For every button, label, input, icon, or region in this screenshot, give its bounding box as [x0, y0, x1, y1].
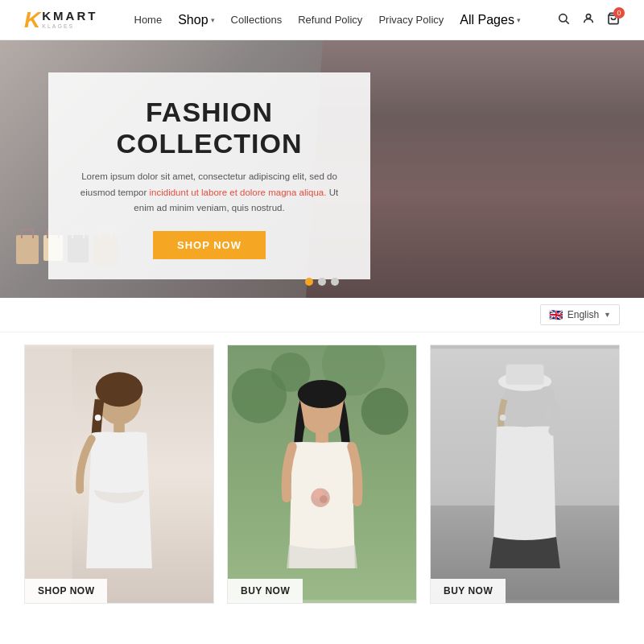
bag-1 [16, 235, 39, 264]
svg-point-0 [559, 14, 567, 21]
cart-icon[interactable]: 0 [607, 12, 620, 28]
product-2-label: BUY NOW [228, 579, 303, 603]
svg-line-1 [566, 21, 569, 24]
svg-point-9 [95, 415, 101, 421]
language-bar: 🇬🇧 English ▼ [0, 298, 644, 332]
product-image-3 [431, 345, 619, 603]
hero-carousel-dots [305, 278, 339, 286]
nav-shop-label: Shop [178, 13, 208, 27]
logo-k-icon: K [24, 9, 40, 31]
language-arrow-icon: ▼ [604, 311, 611, 319]
svg-rect-25 [506, 365, 544, 385]
product-image-2 [228, 345, 416, 603]
product-1-label: SHOP NOW [25, 579, 107, 603]
hero-content-box: FASHIONCOLLECTION Lorem ipsum dolor sit … [48, 72, 370, 279]
svg-point-20 [320, 495, 328, 503]
nav-collections[interactable]: Collections [231, 14, 283, 26]
hero-highlight-text: incididunt ut labore et dolore magna ali… [150, 188, 327, 197]
nav-refund[interactable]: Refund Policy [298, 14, 362, 26]
nav-shop-arrow-icon: ▾ [211, 16, 215, 24]
svg-point-16 [298, 380, 346, 408]
svg-rect-5 [25, 349, 72, 600]
product-image-1 [25, 345, 213, 603]
svg-point-27 [500, 415, 506, 421]
nav-allpages-label: All Pages [460, 13, 514, 27]
nav-allpages[interactable]: All Pages ▾ [460, 13, 521, 27]
search-icon[interactable] [557, 12, 570, 28]
nav-allpages-arrow-icon: ▾ [517, 16, 521, 24]
dot-2[interactable] [318, 278, 326, 286]
logo[interactable]: K KMART KLAGES [24, 9, 97, 31]
svg-point-26 [539, 386, 555, 402]
products-section: SHOP NOW [0, 332, 644, 628]
hero-title: FASHIONCOLLECTION [76, 97, 342, 159]
logo-main-text: KMART [42, 10, 97, 23]
main-nav: Home Shop ▾ Collections Refund Policy Pr… [134, 13, 521, 27]
flag-icon: 🇬🇧 [549, 308, 563, 321]
svg-point-12 [361, 388, 409, 436]
site-header: K KMART KLAGES Home Shop ▾ Collections R… [0, 0, 644, 40]
product-3-label: BUY NOW [431, 579, 506, 603]
hero-description: Lorem ipsum dolor sit amet, consectetur … [76, 169, 342, 217]
language-selector[interactable]: 🇬🇧 English ▼ [540, 304, 620, 325]
logo-text: KMART KLAGES [42, 10, 97, 29]
hero-banner: FASHIONCOLLECTION Lorem ipsum dolor sit … [0, 40, 644, 298]
products-grid: SHOP NOW [24, 345, 620, 604]
language-label: English [568, 309, 599, 320]
user-icon[interactable] [582, 12, 595, 28]
nav-shop[interactable]: Shop ▾ [178, 13, 214, 27]
dot-1[interactable] [305, 278, 313, 286]
product-card-3[interactable]: BUY NOW [430, 345, 620, 604]
nav-privacy[interactable]: Privacy Policy [378, 14, 444, 26]
header-icons: 0 [557, 12, 620, 28]
product-card-2[interactable]: BUY NOW [227, 345, 417, 604]
nav-home[interactable]: Home [134, 14, 163, 26]
cart-badge: 0 [613, 7, 625, 19]
product-card-1[interactable]: SHOP NOW [24, 345, 214, 604]
dot-3[interactable] [331, 278, 339, 286]
hero-cta-button[interactable]: SHOP NOW [153, 231, 266, 259]
svg-point-2 [586, 14, 590, 18]
logo-sub-text: KLAGES [42, 23, 97, 30]
